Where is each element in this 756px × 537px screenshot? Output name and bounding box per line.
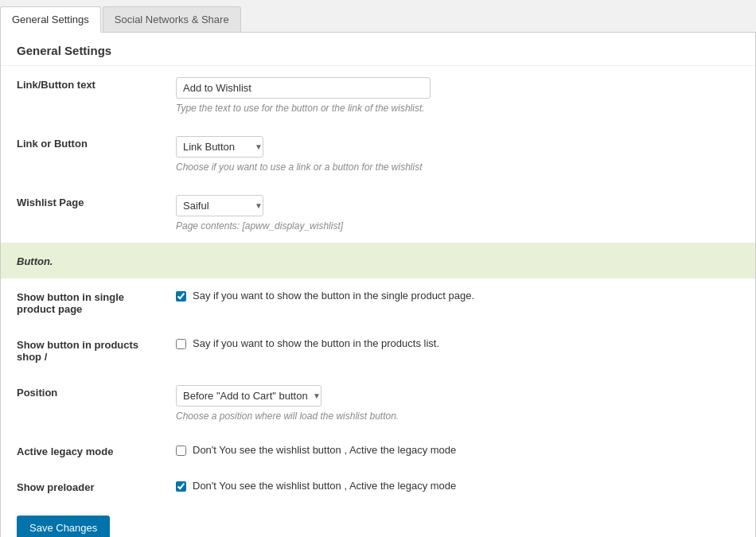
select-wishlist-page[interactable]: Saiful xyxy=(177,196,263,216)
link-button-text-input[interactable] xyxy=(176,77,431,99)
checkbox-label-active-legacy: Don't You see the wishlist button , Acti… xyxy=(193,444,456,456)
cell-wishlist-page: Saiful ▼ Page contents: [apww_display_wi… xyxy=(160,184,755,243)
cell-position: Before "Add to Cart" button After "Add t… xyxy=(160,374,755,433)
label-position: Position xyxy=(1,374,160,433)
label-link-button-text: Link/Button text xyxy=(1,66,160,125)
cell-active-legacy-mode: Don't You see the wishlist button , Acti… xyxy=(160,433,755,469)
select-wrapper-link-or-button: Link Button Button Link ▼ xyxy=(176,136,263,158)
checkbox-row-show-preloader: Don't You see the wishlist button , Acti… xyxy=(176,480,739,492)
label-active-legacy-mode: Active legacy mode xyxy=(1,433,160,469)
row-show-preloader: Show preloader Don't You see the wishlis… xyxy=(1,469,755,504)
label-show-preloader: Show preloader xyxy=(1,469,160,504)
hint-position: Choose a position where will load the wi… xyxy=(176,411,739,422)
hint-wishlist-page: Page contents: [apww_display_wishlist] xyxy=(176,220,739,232)
hint-link-or-button: Choose if you want to use a link or a bu… xyxy=(176,161,739,173)
row-active-legacy-mode: Active legacy mode Don't You see the wis… xyxy=(1,433,755,469)
row-link-button-text: Link/Button text Type the text to use fo… xyxy=(1,66,755,125)
row-show-products-shop: Show button in products shop / Say if yo… xyxy=(1,326,755,374)
select-wrapper-wishlist-page: Saiful ▼ xyxy=(176,195,263,216)
page-wrapper: General Settings Social Networks & Share… xyxy=(0,0,756,537)
row-wishlist-page: Wishlist Page Saiful ▼ Page contents: [a… xyxy=(1,184,755,243)
cell-show-products-shop: Say if you want to show the button in th… xyxy=(160,326,755,374)
checkbox-row-active-legacy: Don't You see the wishlist button , Acti… xyxy=(176,444,739,456)
select-wrapper-position: Before "Add to Cart" button After "Add t… xyxy=(176,385,321,407)
tabs-bar: General Settings Social Networks & Share xyxy=(0,0,756,33)
label-show-single-product: Show button in single product page xyxy=(1,278,160,326)
save-changes-button[interactable]: Save Changes xyxy=(17,516,110,537)
checkbox-show-preloader[interactable] xyxy=(176,481,186,492)
select-position[interactable]: Before "Add to Cart" button After "Add t… xyxy=(177,386,321,406)
label-link-or-button: Link or Button xyxy=(1,125,160,184)
checkbox-label-show-products-shop: Say if you want to show the button in th… xyxy=(193,337,439,349)
checkbox-row-single-product: Say if you want to show the button in th… xyxy=(176,290,739,302)
select-link-or-button[interactable]: Link Button Button Link xyxy=(177,137,263,157)
checkbox-show-products-shop[interactable] xyxy=(176,339,186,349)
cell-show-single-product: Say if you want to show the button in th… xyxy=(160,278,755,326)
row-position: Position Before "Add to Cart" button Aft… xyxy=(1,374,755,433)
tab-social-networks[interactable]: Social Networks & Share xyxy=(103,6,241,32)
checkbox-label-show-preloader: Don't You see the wishlist button , Acti… xyxy=(193,480,456,492)
section-header-row: Button. xyxy=(1,243,755,278)
checkbox-row-products-shop: Say if you want to show the button in th… xyxy=(176,337,739,349)
cell-show-preloader: Don't You see the wishlist button , Acti… xyxy=(160,469,755,504)
label-wishlist-page: Wishlist Page xyxy=(1,184,160,243)
checkbox-active-legacy-mode[interactable] xyxy=(176,446,186,456)
label-show-products-shop: Show button in products shop / xyxy=(1,326,160,374)
cell-link-or-button: Link Button Button Link ▼ Choose if you … xyxy=(160,125,755,184)
tab-general-settings[interactable]: General Settings xyxy=(0,6,101,33)
checkbox-show-single-product[interactable] xyxy=(176,291,186,302)
row-show-single-product: Show button in single product page Say i… xyxy=(1,278,755,326)
settings-table: Link/Button text Type the text to use fo… xyxy=(1,66,755,504)
section-header-label: Button. xyxy=(1,243,755,278)
checkbox-label-show-single-product: Say if you want to show the button in th… xyxy=(193,290,474,302)
cell-link-button-text: Type the text to use for the button or t… xyxy=(160,66,755,125)
row-link-or-button: Link or Button Link Button Button Link ▼… xyxy=(1,125,755,184)
hint-link-button-text: Type the text to use for the button or t… xyxy=(176,103,739,114)
content-panel: General Settings Link/Button text Type t… xyxy=(0,33,756,537)
panel-title: General Settings xyxy=(1,33,755,66)
